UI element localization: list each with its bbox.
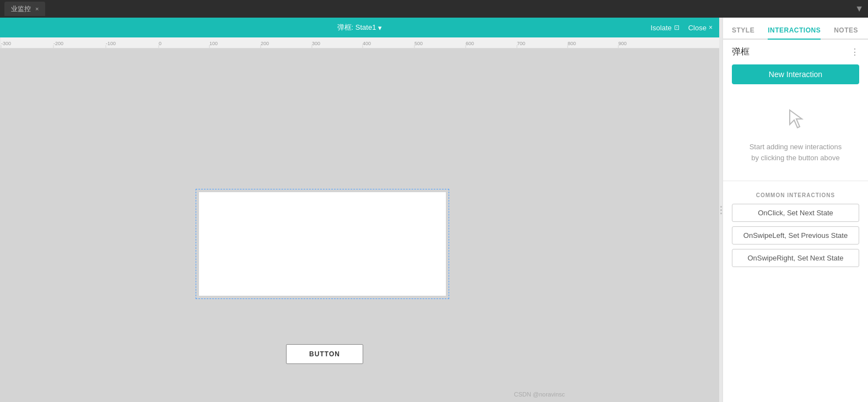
svg-text:-100: -100	[106, 41, 116, 46]
new-interaction-button[interactable]: New Interaction	[732, 64, 859, 84]
tab-label: 业监控	[11, 4, 31, 14]
tab-notes-label: NOTES	[834, 26, 858, 34]
isolate-label: Isolate	[650, 24, 671, 32]
close-icon: ×	[709, 24, 713, 31]
right-panel: STYLE INTERACTIONS NOTES 弹框 ⋮ New Intera…	[723, 18, 868, 402]
empty-state-text: Start adding new interactions by clickin…	[750, 142, 842, 163]
common-interactions-section: COMMON INTERACTIONS OnClick, Set Next St…	[723, 186, 868, 278]
tab-close-icon[interactable]: ×	[35, 6, 39, 12]
tab-notes[interactable]: NOTES	[834, 26, 858, 40]
panel-settings-icon[interactable]: ⋮	[850, 47, 859, 57]
svg-text:-200: -200	[53, 41, 63, 46]
svg-text:-300: -300	[1, 41, 11, 46]
resize-dot	[720, 213, 722, 214]
state-bar: 弹框: State1 ▾ Isolate ⊡ Close ×	[0, 18, 719, 37]
close-label: Close	[688, 24, 707, 32]
tab-item[interactable]: 业监控 ×	[4, 2, 45, 16]
state-name: 弹框: State1	[337, 23, 376, 32]
svg-text:0: 0	[159, 41, 161, 46]
tab-style[interactable]: STYLE	[732, 26, 754, 40]
empty-state-line1: Start adding new interactions	[750, 143, 842, 151]
svg-text:100: 100	[209, 41, 218, 46]
empty-state-line2: by clicking the button above	[751, 154, 839, 162]
state-bar-actions: Isolate ⊡ Close ×	[650, 24, 713, 32]
svg-text:300: 300	[312, 41, 320, 46]
empty-state: Start adding new interactions by clickin…	[723, 93, 868, 176]
scrollbar-down-icon: ▼	[855, 4, 864, 14]
tab-interactions-label: INTERACTIONS	[768, 26, 821, 34]
resize-dots	[720, 206, 722, 214]
onswiperight-set-next-state-button[interactable]: OnSwipeRight, Set Next State	[732, 249, 859, 267]
onswipeleft-set-previous-state-button[interactable]: OnSwipeLeft, Set Previous State	[732, 226, 859, 245]
common-interactions-label: COMMON INTERACTIONS	[732, 192, 859, 198]
panel-header: 弹框 ⋮	[723, 40, 868, 62]
footer-credit: CSDN @noravinsc	[514, 391, 565, 398]
frame-inner	[199, 192, 446, 296]
tab-style-label: STYLE	[732, 26, 754, 34]
isolate-icon: ⊡	[674, 24, 680, 31]
svg-text:800: 800	[568, 41, 576, 46]
frame-element[interactable]	[196, 189, 449, 299]
tab-interactions[interactable]: INTERACTIONS	[768, 26, 821, 40]
panel-tabs: STYLE INTERACTIONS NOTES	[723, 18, 868, 40]
state-dropdown-arrow[interactable]: ▾	[378, 24, 382, 32]
canvas-button-label: BUTTON	[309, 350, 340, 358]
resize-dot	[720, 206, 722, 208]
workspace[interactable]: BUTTON CSDN @noravinsc	[0, 48, 719, 402]
svg-text:500: 500	[414, 41, 423, 46]
main-layout: 弹框: State1 ▾ Isolate ⊡ Close ×	[0, 18, 868, 402]
svg-text:900: 900	[618, 41, 627, 46]
canvas-button-element[interactable]: BUTTON	[286, 344, 363, 364]
svg-text:200: 200	[261, 41, 269, 46]
resize-dot	[720, 209, 722, 211]
tab-bar: 业监控 × ▼	[0, 0, 868, 18]
svg-text:700: 700	[517, 41, 525, 46]
ruler-svg: -300 -200 -100 0 100 200	[0, 37, 719, 48]
divider	[723, 181, 868, 181]
isolate-button[interactable]: Isolate ⊡	[650, 24, 679, 32]
canvas-area: 弹框: State1 ▾ Isolate ⊡ Close ×	[0, 18, 719, 402]
state-label: 弹框: State1 ▾	[337, 23, 382, 32]
close-state-button[interactable]: Close ×	[688, 24, 713, 32]
panel-title: 弹框	[732, 46, 750, 58]
cursor-icon	[779, 102, 812, 135]
svg-text:400: 400	[363, 41, 371, 46]
onclick-set-next-state-button[interactable]: OnClick, Set Next State	[732, 204, 859, 222]
ruler: -300 -200 -100 0 100 200	[0, 37, 719, 48]
svg-text:600: 600	[466, 41, 474, 46]
